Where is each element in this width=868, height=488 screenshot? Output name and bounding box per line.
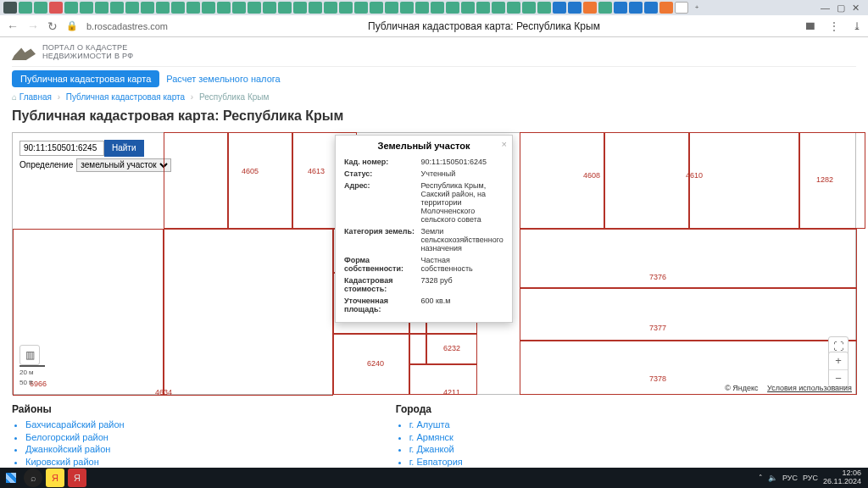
start-button[interactable]	[0, 468, 22, 488]
tab[interactable]	[64, 2, 78, 14]
tab[interactable]	[629, 2, 643, 14]
layers-button[interactable]: ▥	[19, 345, 40, 365]
tab[interactable]	[171, 2, 185, 14]
tab[interactable]	[400, 2, 414, 14]
tab[interactable]	[110, 2, 124, 14]
parcel[interactable]	[604, 132, 689, 229]
tray-chevron-icon[interactable]: ˄	[759, 474, 763, 482]
crumb-home[interactable]: Главная	[19, 92, 52, 102]
forward-icon[interactable]: →	[27, 19, 39, 33]
tray-clock[interactable]: 12:06 26.11.2024	[823, 469, 861, 486]
list-item[interactable]: Кировский район	[25, 456, 125, 469]
nav-tax-link[interactable]: Расчет земельного налога	[166, 74, 280, 84]
list-item[interactable]: г. Евпатория	[409, 456, 463, 469]
tab[interactable]	[614, 2, 627, 14]
crumb-map[interactable]: Публичная кадастровая карта	[66, 92, 185, 102]
tab[interactable]	[324, 2, 337, 14]
tray-ime[interactable]: РУС	[803, 474, 818, 482]
parcel[interactable]	[520, 229, 857, 288]
back-icon[interactable]: ←	[7, 19, 19, 33]
tab[interactable]	[125, 2, 139, 14]
tab[interactable]	[370, 2, 383, 14]
tab[interactable]	[431, 2, 444, 14]
tab[interactable]	[461, 2, 475, 14]
tab[interactable]	[309, 2, 322, 14]
districts-title: Районы	[12, 403, 125, 415]
tab[interactable]	[49, 2, 63, 14]
parcel[interactable]	[409, 334, 426, 364]
close-icon[interactable]: ×	[502, 139, 507, 149]
list-item[interactable]: Бахчисарайский район	[25, 419, 125, 431]
home-icon[interactable]: ⌂	[12, 92, 17, 102]
window-close-icon[interactable]: ✕	[852, 3, 860, 14]
tab[interactable]	[34, 2, 47, 14]
tab[interactable]	[232, 2, 246, 14]
url-text[interactable]: b.roscadastres.com	[86, 21, 168, 31]
tab[interactable]	[3, 2, 17, 14]
find-button[interactable]: Найти	[104, 140, 144, 157]
cadastral-search-input[interactable]	[19, 141, 104, 156]
cadastral-map[interactable]: Найти Определение земельный участок 500 …	[12, 132, 856, 395]
tab[interactable]	[659, 2, 673, 14]
terms-link[interactable]: Условия использования	[767, 384, 852, 392]
tab[interactable]	[186, 2, 200, 14]
tab[interactable]	[141, 2, 154, 14]
tab[interactable]	[385, 2, 398, 14]
reload-icon[interactable]: ↻	[47, 19, 58, 33]
zoom-in-button[interactable]: +	[829, 352, 848, 369]
scale-bar: 20 м 50 ft	[19, 365, 45, 386]
tab[interactable]	[644, 2, 658, 14]
tab[interactable]	[248, 2, 261, 14]
tab[interactable]	[278, 2, 292, 14]
bookmark-icon[interactable]: ⯀	[805, 20, 815, 32]
tab[interactable]	[293, 2, 307, 14]
list-item[interactable]: г. Армянск	[409, 431, 463, 444]
tab[interactable]	[476, 2, 490, 14]
os-search-icon[interactable]: ⌕	[24, 469, 42, 487]
tab-new[interactable]: +	[690, 2, 704, 14]
nav-map-tab[interactable]: Публичная кадастровая карта	[12, 70, 159, 87]
tab[interactable]	[95, 2, 108, 14]
tab[interactable]	[507, 2, 520, 14]
list-item[interactable]: Белогорский район	[25, 431, 125, 444]
tab[interactable]	[553, 2, 566, 14]
tab[interactable]	[583, 2, 597, 14]
filter-select[interactable]: земельный участок	[76, 158, 171, 172]
list-item[interactable]: Джанкойский район	[25, 443, 125, 456]
download-icon[interactable]: ⤓	[853, 20, 861, 32]
parcel[interactable]	[689, 132, 799, 229]
tab[interactable]	[568, 2, 581, 14]
window-minimize-icon[interactable]: —	[821, 3, 830, 14]
tab[interactable]	[415, 2, 429, 14]
menu-icon[interactable]: ⋮	[829, 20, 839, 32]
parcel[interactable]	[520, 132, 604, 229]
tab[interactable]	[156, 2, 170, 14]
tab[interactable]	[19, 2, 32, 14]
window-maximize-icon[interactable]: ▢	[837, 3, 845, 14]
parcel[interactable]	[520, 288, 857, 341]
filter-label: Определение	[19, 160, 73, 169]
parcel[interactable]	[164, 132, 228, 229]
popup-address: Республика Крым, Сакский район, на терри…	[417, 180, 504, 225]
tab[interactable]	[202, 2, 215, 14]
tray-speaker-icon[interactable]: 🔈	[768, 474, 777, 482]
tab[interactable]	[492, 2, 505, 14]
taskbar-app-icon[interactable]: Я	[68, 469, 86, 487]
tab[interactable]	[339, 2, 353, 14]
tab[interactable]	[446, 2, 459, 14]
list-item[interactable]: г. Джанкой	[409, 443, 463, 456]
tab[interactable]	[354, 2, 368, 14]
tray-lang[interactable]: РУС	[782, 474, 798, 482]
tab[interactable]	[80, 2, 93, 14]
tab-active[interactable]	[675, 2, 688, 14]
tab[interactable]	[598, 2, 612, 14]
tab[interactable]	[217, 2, 231, 14]
tab[interactable]	[522, 2, 536, 14]
parcel[interactable]	[164, 229, 333, 396]
tab[interactable]	[263, 2, 276, 14]
list-item[interactable]: г. Алушта	[409, 419, 463, 431]
parcel-label: 7377	[649, 324, 666, 332]
tab[interactable]	[537, 2, 551, 14]
taskbar-yandex-icon[interactable]: Я	[46, 469, 64, 487]
parcel[interactable]	[228, 132, 292, 229]
